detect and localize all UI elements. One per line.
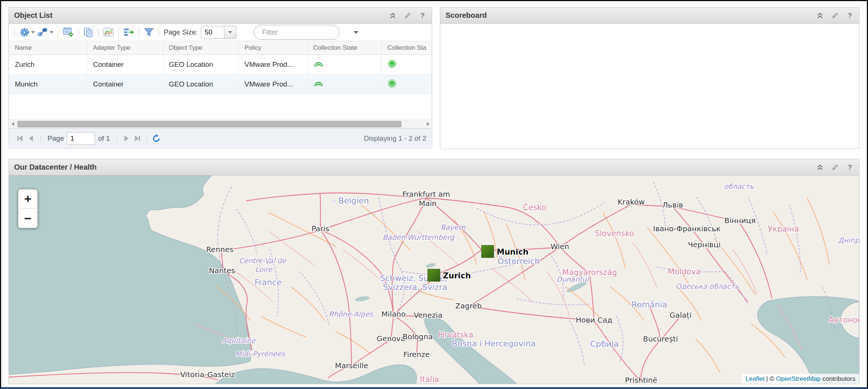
prev-page-button[interactable] — [26, 133, 37, 144]
show-detail-button[interactable] — [62, 26, 75, 38]
filter-toggle-button[interactable] — [143, 27, 155, 38]
filter-input[interactable] — [261, 28, 354, 37]
map-label: Rhône-Alpes — [329, 310, 373, 318]
export-button[interactable] — [122, 27, 136, 38]
map-label: - Belgien — [333, 196, 369, 205]
openstreetmap-link[interactable]: OpenStreetMap — [776, 375, 820, 382]
horizontal-scrollbar[interactable] — [9, 120, 431, 128]
last-page-button[interactable] — [132, 133, 143, 144]
leaflet-link[interactable]: Leaflet — [745, 375, 764, 382]
map-label: Hrvatska — [438, 330, 473, 339]
cell-collection-state — [307, 75, 381, 94]
edit-pencil-icon[interactable] — [404, 12, 412, 20]
marker-label: Munich — [497, 248, 528, 256]
chevron-down-icon — [50, 31, 53, 33]
copy-icon — [83, 27, 94, 37]
help-icon[interactable]: ? — [846, 163, 854, 171]
refresh-icon — [151, 134, 161, 143]
object-table: Name Adapter Type Object Type Policy Col… — [9, 41, 432, 94]
col-header-name[interactable]: Name — [9, 41, 87, 55]
panel-title: Our Datacenter / Health — [14, 163, 97, 171]
map-label: România — [632, 300, 667, 309]
map-label: Одеська область — [676, 282, 739, 290]
col-header-policy[interactable]: Policy — [238, 41, 307, 55]
cell-adapter-type: Container — [87, 55, 163, 75]
filter-box[interactable] — [254, 25, 340, 40]
map-label: Svizzera, Svizra — [383, 282, 447, 292]
cell-name: Munich — [9, 75, 87, 94]
cell-collection-state — [307, 55, 381, 75]
gear-menu-button[interactable] — [18, 26, 36, 38]
map-label: Paris — [311, 224, 329, 233]
map-label: Nantes — [209, 266, 235, 275]
map-label: Львів — [662, 200, 683, 209]
collapse-icon[interactable] — [389, 12, 397, 20]
chevron-down-icon — [31, 31, 35, 33]
panel-tools: ? — [389, 12, 427, 20]
map-label: Україна — [768, 225, 799, 233]
map-label: București — [643, 334, 678, 343]
col-header-collection-state[interactable]: Collection State — [307, 41, 381, 55]
collapse-icon[interactable] — [816, 163, 824, 171]
next-page-button[interactable] — [121, 133, 132, 144]
scroll-left-arrow[interactable] — [9, 120, 16, 128]
cell-object-type: GEO Location — [163, 55, 238, 75]
export-icon — [123, 27, 134, 37]
cell-name: Zurich — [9, 55, 87, 75]
map-label: Moldova — [668, 267, 701, 276]
map-label: Marseille — [335, 361, 368, 370]
map-label: Bologna — [402, 332, 433, 341]
col-header-adapter-type[interactable]: Adapter Type — [87, 41, 163, 55]
filter-dropdown-caret-icon[interactable] — [354, 31, 358, 34]
scroll-right-arrow[interactable] — [425, 120, 431, 128]
collapse-icon[interactable] — [816, 12, 824, 20]
cell-policy: VMware Prod... — [238, 55, 307, 75]
map-panel: Our Datacenter / Health ? — [9, 159, 859, 384]
table-row[interactable]: ZurichContainerGEO LocationVMware Prod..… — [9, 55, 432, 75]
navigate-menu-button[interactable] — [36, 27, 55, 38]
table-row[interactable]: MunichContainerGEO LocationVMware Prod..… — [9, 75, 432, 94]
help-icon[interactable]: ? — [418, 12, 427, 20]
scoreboard-panel: Scoreboard ? — [440, 7, 859, 148]
cell-adapter-type: Container — [87, 75, 163, 94]
gear-icon — [19, 27, 30, 37]
page-size-dropdown-button[interactable] — [224, 26, 236, 39]
page-size-input[interactable] — [201, 26, 224, 39]
marker-label: Zurich — [443, 271, 471, 280]
map-label: область — [724, 182, 754, 190]
col-header-object-type[interactable]: Object Type — [163, 41, 238, 55]
displaying-label: Displaying 1 - 2 of 2 — [364, 134, 426, 143]
cell-collection-status — [381, 55, 432, 75]
marker-square-icon — [482, 245, 494, 258]
map-label: Firenze — [403, 350, 430, 359]
map-canvas[interactable]: Frankfurt amMainParisRennesNantesWienKra… — [9, 176, 859, 384]
map-label: Baden-Württemberg — [383, 233, 455, 241]
page-number-input[interactable] — [67, 132, 95, 145]
first-page-button[interactable] — [14, 133, 26, 144]
map-label: Prishtinë — [625, 376, 657, 384]
green-arc-icon — [313, 80, 324, 87]
copy-list-button[interactable] — [82, 26, 95, 38]
map-label: Zagreb — [455, 301, 482, 310]
chevron-down-icon — [228, 31, 232, 33]
map-label: Aquitaine — [222, 336, 256, 344]
map-label: Centre-Val de — [239, 256, 287, 265]
map-label: Чернівці — [688, 240, 721, 249]
col-header-collection-status[interactable]: Collection Sta — [381, 41, 432, 55]
map-label: France — [254, 278, 281, 287]
zoom-in-button[interactable]: + — [18, 189, 37, 209]
edit-pencil-icon[interactable] — [831, 12, 839, 20]
scoreboard-header: Scoreboard ? — [440, 7, 859, 24]
help-icon[interactable]: ? — [846, 12, 854, 20]
scrollbar-thumb[interactable] — [17, 121, 401, 127]
edit-pencil-icon[interactable] — [831, 163, 839, 171]
map-label: Wien — [551, 242, 569, 251]
marker-square-icon — [428, 269, 440, 281]
map-label: Вінниця — [724, 216, 756, 225]
map-label: Genova — [377, 334, 405, 343]
chart-button[interactable] — [102, 27, 115, 38]
map-label: Vitoria-Gasteiz — [180, 370, 235, 379]
refresh-button[interactable] — [151, 133, 162, 144]
map-label: Нови Сад — [576, 316, 612, 324]
zoom-out-button[interactable]: − — [18, 209, 37, 228]
